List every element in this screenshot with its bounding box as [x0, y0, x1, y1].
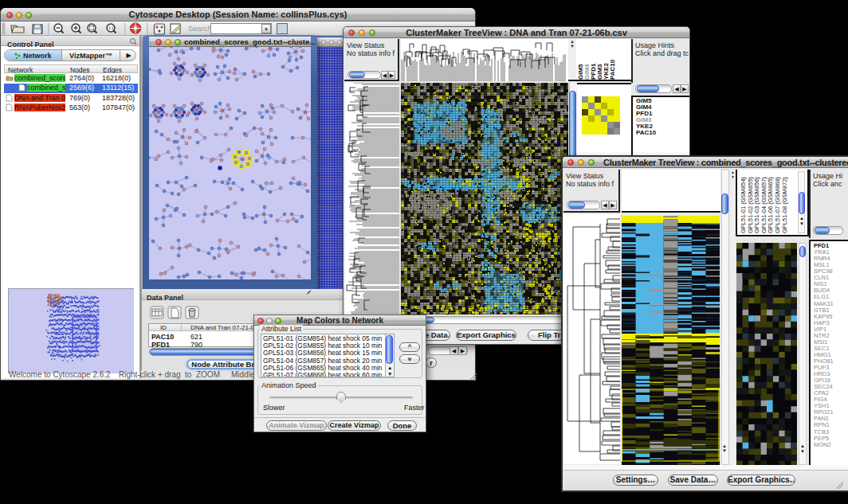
svg-text:1:1: 1:1: [108, 25, 114, 30]
svg-text:PAC10: PAC10: [609, 59, 616, 80]
svg-text:GPL51-08 (GSM872): GPL51-08 (GSM872): [781, 177, 788, 233]
